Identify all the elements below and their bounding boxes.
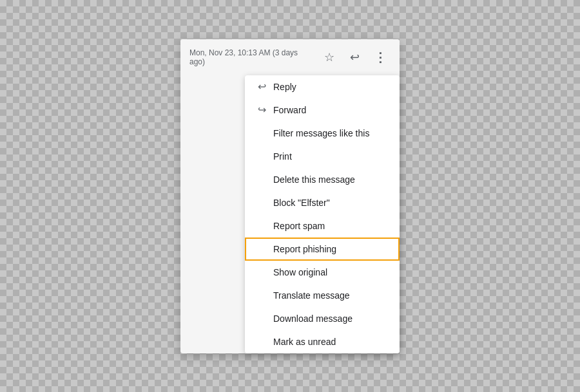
menu-label-phishing: Report phishing: [273, 244, 336, 254]
menu-label-filter: Filter messages like this: [273, 128, 369, 138]
menu-item-forward[interactable]: Forward: [245, 98, 400, 122]
email-timestamp: Mon, Nov 23, 10:13 AM (3 days ago): [189, 48, 314, 66]
menu-item-translate[interactable]: Translate message: [245, 284, 400, 307]
reply-icon-header: [350, 50, 360, 64]
menu-label-print: Print: [273, 151, 292, 162]
menu-item-original[interactable]: Show original: [245, 261, 400, 284]
forward-icon: [255, 104, 268, 117]
menu-label-reply: Reply: [273, 82, 296, 92]
delete-icon: [255, 173, 268, 186]
more-button[interactable]: [370, 47, 391, 68]
star-icon: [324, 50, 334, 64]
reply-icon: [255, 80, 268, 93]
menu-item-delete[interactable]: Delete this message: [245, 168, 400, 191]
translate-icon: [255, 289, 268, 302]
phishing-icon: [255, 243, 268, 256]
menu-item-phishing[interactable]: Report phishing: [245, 238, 400, 261]
menu-item-spam[interactable]: Report spam: [245, 214, 400, 238]
menu-label-translate: Translate message: [273, 290, 350, 301]
filter-icon: [255, 127, 268, 140]
print-icon: [255, 150, 268, 163]
block-icon: [255, 196, 268, 209]
original-icon: [255, 266, 268, 279]
menu-label-unread: Mark as unread: [273, 337, 336, 347]
menu-label-original: Show original: [273, 267, 327, 277]
menu-item-filter[interactable]: Filter messages like this: [245, 122, 400, 145]
menu-item-download[interactable]: Download message: [245, 307, 400, 330]
dropdown-menu: Reply Forward Filter messages like this …: [245, 75, 400, 353]
spam-icon: [255, 219, 268, 232]
menu-label-block: Block "Elfster": [273, 198, 330, 208]
menu-label-forward: Forward: [273, 105, 306, 115]
more-icon: [374, 50, 387, 65]
download-icon: [255, 312, 268, 325]
menu-item-print[interactable]: Print: [245, 145, 400, 168]
menu-label-download: Download message: [273, 313, 353, 324]
menu-item-block[interactable]: Block "Elfster": [245, 191, 400, 214]
menu-label-delete: Delete this message: [273, 174, 355, 185]
email-card: Mon, Nov 23, 10:13 AM (3 days ago) Reply…: [180, 39, 400, 353]
email-header: Mon, Nov 23, 10:13 AM (3 days ago): [180, 39, 400, 75]
menu-item-reply[interactable]: Reply: [245, 75, 400, 98]
reply-button-header[interactable]: [345, 47, 365, 68]
star-button[interactable]: [319, 47, 340, 68]
unread-icon: [255, 335, 268, 348]
menu-label-spam: Report spam: [273, 221, 325, 231]
menu-item-unread[interactable]: Mark as unread: [245, 330, 400, 353]
